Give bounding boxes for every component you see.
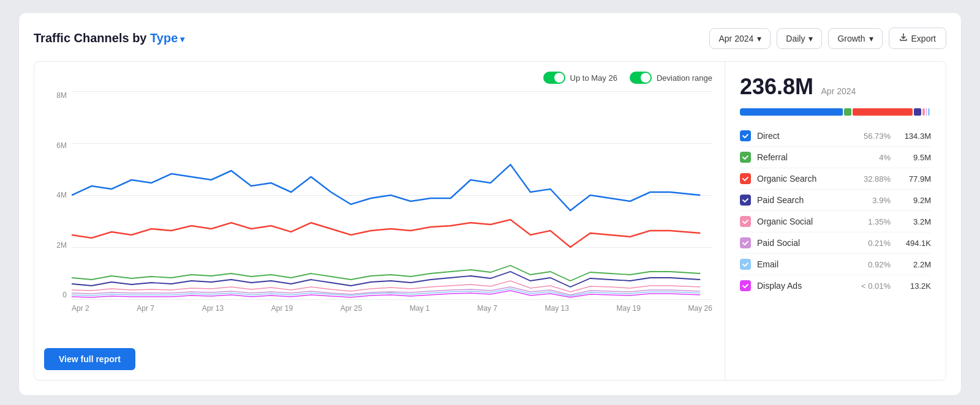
chart-svg — [72, 91, 712, 299]
legend-item-checkbox[interactable] — [740, 259, 751, 270]
legend-item-pct: 0.21% — [859, 239, 891, 248]
legend-item-value: 13.2K — [897, 281, 931, 291]
title-type: Type — [150, 31, 178, 45]
legend-item-name: Organic Social — [757, 217, 853, 226]
frequency-label: Daily — [786, 34, 805, 43]
toggle-deviation-switch[interactable] — [630, 72, 652, 84]
legend-item-value: 9.2M — [897, 196, 931, 205]
bar-referral — [844, 108, 851, 116]
metric-button[interactable]: Growth ▾ — [828, 28, 882, 49]
legend-item[interactable]: Direct 56.73% 134.3M — [740, 125, 931, 147]
legend-item-pct: 0.92% — [859, 260, 891, 269]
date-label: Apr 2024 — [718, 34, 753, 43]
card-header: Traffic Channels by Type▾ Apr 2024 ▾ Dai… — [34, 28, 946, 49]
legend-item-value: 2.2M — [897, 260, 931, 269]
legend-item-name: Organic Search — [757, 174, 853, 184]
toggle-deviation-label: Deviation range — [657, 73, 712, 83]
legend-item-checkbox[interactable] — [740, 130, 751, 141]
toggle-up-to-switch[interactable] — [543, 72, 565, 84]
legend-section: 236.8M Apr 2024 Dire — [725, 62, 946, 380]
bar-email — [928, 108, 930, 116]
bar-paid-social — [926, 108, 927, 116]
title-prefix: Traffic Channels by — [34, 31, 150, 45]
toggle-up-to-label: Up to May 26 — [570, 73, 617, 83]
legend-item-pct: 32.88% — [859, 174, 891, 184]
legend-item-value: 134.3M — [897, 132, 931, 141]
x-axis: Apr 2 Apr 7 Apr 13 Apr 19 Apr 25 May 1 M… — [72, 299, 712, 324]
export-button[interactable]: Export — [889, 28, 946, 49]
date-picker-button[interactable]: Apr 2024 ▾ — [709, 28, 771, 49]
legend-item-name: Email — [757, 259, 853, 269]
legend-total: 236.8M Apr 2024 — [740, 74, 931, 100]
legend-item-checkbox[interactable] — [740, 216, 751, 227]
legend-item-value: 494.1K — [897, 239, 931, 248]
chevron-down-icon: ▾ — [757, 34, 761, 43]
legend-item-checkbox[interactable] — [740, 152, 751, 163]
header-controls: Apr 2024 ▾ Daily ▾ Growth ▾ Export — [709, 28, 946, 49]
export-label: Export — [911, 34, 936, 43]
content-area: Up to May 26 Deviation range 8M 6M 4M 2M… — [34, 61, 946, 381]
export-icon — [899, 33, 908, 43]
legend-item-name: Paid Search — [757, 195, 853, 205]
legend-item-checkbox[interactable] — [740, 195, 751, 206]
legend-item[interactable]: Organic Search 32.88% 77.9M — [740, 168, 931, 190]
legend-item[interactable]: Display Ads < 0.01% 13.2K — [740, 275, 931, 296]
legend-item-pct: 4% — [859, 153, 891, 162]
legend-item-pct: 56.73% — [859, 132, 891, 141]
toggle-up-to: Up to May 26 — [543, 72, 617, 84]
legend-item-value: 9.5M — [897, 153, 931, 162]
card-title: Traffic Channels by Type▾ — [34, 31, 184, 45]
view-full-report-button[interactable]: View full report — [44, 348, 135, 370]
y-axis: 8M 6M 4M 2M 0 — [44, 91, 72, 299]
legend-item-pct: 3.9% — [859, 196, 891, 205]
legend-total-period: Apr 2024 — [821, 86, 856, 96]
legend-item[interactable]: Organic Social 1.35% 3.2M — [740, 211, 931, 232]
metric-label: Growth — [837, 34, 865, 43]
chevron-down-icon: ▾ — [869, 34, 873, 43]
chevron-down-icon: ▾ — [809, 34, 813, 43]
legend-item-name: Referral — [757, 152, 853, 162]
title-chevron[interactable]: ▾ — [180, 34, 184, 44]
legend-item[interactable]: Referral 4% 9.5M — [740, 147, 931, 168]
legend-items: Direct 56.73% 134.3M Referral 4% 9.5M Or… — [740, 125, 931, 296]
legend-item-pct: 1.35% — [859, 217, 891, 226]
bar-organic-social — [922, 108, 925, 116]
bar-paid-search — [914, 108, 921, 116]
chart-drawing-area — [72, 91, 712, 299]
legend-item-checkbox[interactable] — [740, 280, 751, 291]
legend-item-value: 77.9M — [897, 174, 931, 184]
chart-wrapper: 8M 6M 4M 2M 0 — [44, 91, 712, 324]
legend-item-pct: < 0.01% — [859, 281, 891, 291]
legend-item-checkbox[interactable] — [740, 237, 751, 248]
legend-item[interactable]: Paid Social 0.21% 494.1K — [740, 232, 931, 254]
legend-item-value: 3.2M — [897, 217, 931, 226]
bar-organic-search — [853, 108, 913, 116]
legend-item-name: Direct — [757, 131, 853, 141]
legend-total-value: 236.8M — [740, 74, 813, 99]
view-full-report-label: View full report — [59, 354, 121, 364]
legend-item[interactable]: Paid Search 3.9% 9.2M — [740, 190, 931, 211]
toggle-deviation: Deviation range — [630, 72, 712, 84]
bar-direct — [740, 108, 843, 116]
traffic-channels-card: Traffic Channels by Type▾ Apr 2024 ▾ Dai… — [18, 12, 962, 396]
legend-item[interactable]: Email 0.92% 2.2M — [740, 254, 931, 275]
frequency-button[interactable]: Daily ▾ — [777, 28, 822, 49]
legend-color-bar — [740, 108, 931, 116]
chart-section: Up to May 26 Deviation range 8M 6M 4M 2M… — [34, 62, 725, 380]
legend-item-checkbox[interactable] — [740, 173, 751, 184]
legend-item-name: Display Ads — [757, 281, 853, 291]
chart-toggles: Up to May 26 Deviation range — [44, 72, 712, 84]
legend-item-name: Paid Social — [757, 238, 853, 248]
